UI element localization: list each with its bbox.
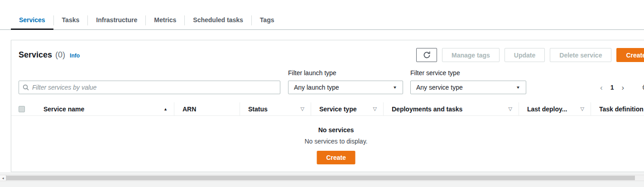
empty-state-message: No services to display. — [304, 138, 367, 145]
service-type-select[interactable]: Any service type ▼ — [410, 81, 526, 94]
tab-services[interactable]: Services — [11, 11, 53, 30]
settings-gear-icon[interactable]: ⚙ — [642, 83, 644, 92]
launch-type-value: Any launch type — [294, 84, 339, 91]
service-type-filter-label: Filter service type — [410, 69, 460, 77]
search-input[interactable] — [32, 84, 276, 91]
page-title: Services — [19, 50, 52, 60]
refresh-button[interactable] — [416, 48, 437, 62]
column-label: Deployments and tasks — [392, 105, 462, 113]
scrollbar-thumb[interactable] — [6, 176, 635, 180]
tab-metrics[interactable]: Metrics — [146, 11, 184, 30]
chevron-down-icon: ▼ — [516, 85, 520, 89]
scroll-left-button[interactable]: ◂ — [0, 175, 6, 181]
services-panel: Services (0) Info Manage tags Update Del… — [11, 40, 644, 172]
sort-icon[interactable]: ▽ — [509, 106, 512, 112]
table-header-service-name[interactable]: Service name ▲ — [43, 102, 174, 115]
services-count: (0) — [55, 50, 65, 60]
table-header-row: Service name ▲ ARN Status ▽ Service type… — [11, 102, 644, 116]
toolbar: Manage tags Update Delete service Create — [416, 48, 644, 62]
empty-state: No services No services to display. Crea… — [304, 126, 367, 164]
search-box[interactable] — [19, 81, 280, 94]
table-header-status[interactable]: Status ▽ — [240, 102, 311, 115]
table-header-arn[interactable]: ARN — [174, 102, 240, 115]
sort-icon[interactable]: ▽ — [581, 106, 584, 112]
pagination: ‹ 1 › — [600, 81, 624, 94]
column-label: Last deploy... — [527, 105, 567, 113]
horizontal-scrollbar[interactable]: ◂ — [0, 175, 644, 181]
tab-tasks[interactable]: Tasks — [54, 11, 88, 30]
panel-header: Services (0) Info — [19, 50, 80, 60]
refresh-icon — [423, 51, 431, 59]
launch-type-filter-label: Filter launch type — [288, 69, 336, 77]
sort-icon[interactable]: ▽ — [373, 106, 377, 112]
column-label: Service type — [319, 105, 357, 113]
create-service-button[interactable]: Create — [317, 151, 356, 164]
sort-icon[interactable]: ▽ — [301, 106, 304, 112]
empty-state-title: No services — [304, 126, 367, 134]
create-button[interactable]: Create — [616, 48, 644, 62]
current-page[interactable]: 1 — [610, 84, 614, 91]
select-all-checkbox[interactable] — [19, 106, 25, 112]
previous-page-button[interactable]: ‹ — [600, 84, 603, 91]
tab-bar: Services Tasks Infrastructure Metrics Sc… — [0, 11, 644, 30]
magnifier-icon — [23, 84, 29, 91]
table-header-last-deployment[interactable]: Last deploy... ▽ — [519, 102, 591, 115]
table-header-task-definition[interactable]: Task definition — [591, 102, 644, 115]
launch-type-select[interactable]: Any launch type ▼ — [288, 81, 403, 94]
next-page-button[interactable]: › — [621, 84, 624, 91]
column-label: Service name — [43, 105, 84, 113]
column-label: Task definition — [599, 105, 644, 113]
table-header-deployments-and-tasks[interactable]: Deployments and tasks ▽ — [383, 102, 519, 115]
table-header-service-type[interactable]: Service type ▽ — [311, 102, 383, 115]
tab-tags[interactable]: Tags — [252, 11, 283, 30]
table-header-select-cell — [19, 102, 43, 115]
service-type-value: Any service type — [416, 84, 463, 91]
ecs-cluster-page: Services Tasks Infrastructure Metrics Sc… — [0, 0, 644, 187]
manage-tags-button[interactable]: Manage tags — [442, 48, 500, 62]
tab-infrastructure[interactable]: Infrastructure — [88, 11, 145, 30]
tab-scheduled-tasks[interactable]: Scheduled tasks — [185, 11, 251, 30]
chevron-down-icon: ▼ — [393, 85, 397, 89]
sort-ascending-icon[interactable]: ▲ — [163, 107, 168, 111]
bottom-area: ◂ — [0, 172, 644, 187]
delete-service-button[interactable]: Delete service — [550, 48, 611, 62]
info-link[interactable]: Info — [70, 53, 80, 59]
column-label: Status — [248, 105, 268, 113]
update-button[interactable]: Update — [505, 48, 545, 62]
column-label: ARN — [183, 105, 196, 113]
